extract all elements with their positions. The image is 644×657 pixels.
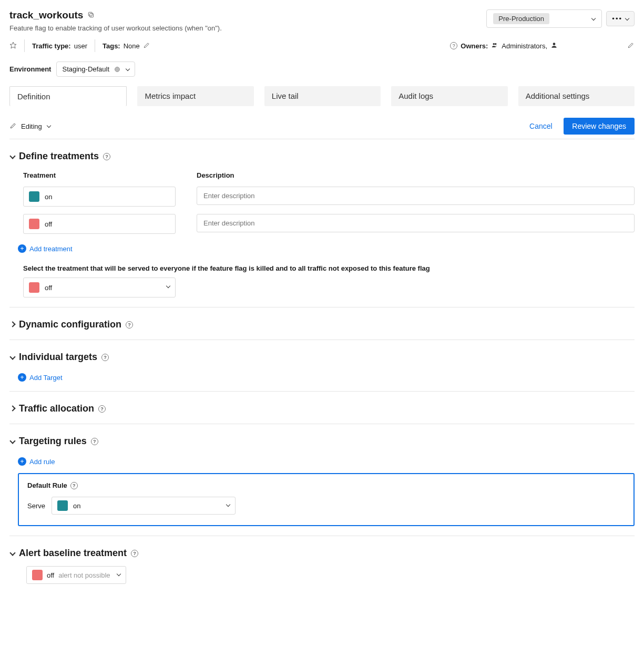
env-group-dropdown[interactable]: Pre-Production <box>486 9 602 28</box>
owners-value: Administrators, <box>502 42 547 50</box>
section-title: Individual targets <box>19 352 97 363</box>
default-treatment-instruction: Select the treatment that will be served… <box>23 264 635 272</box>
more-icon: ••• <box>612 15 622 23</box>
review-changes-button[interactable]: Review changes <box>564 118 635 135</box>
svg-point-5 <box>553 43 556 45</box>
add-treatment-label: Add treatment <box>29 245 73 253</box>
help-icon[interactable]: ? <box>103 153 110 160</box>
environment-select[interactable]: Staging-Default <box>56 61 135 77</box>
tags-label: Tags: <box>103 42 120 50</box>
svg-rect-0 <box>90 14 94 17</box>
section-dynamic-configuration[interactable]: Dynamic configuration ? <box>9 319 635 330</box>
alert-value: off <box>47 571 54 579</box>
help-icon[interactable]: ? <box>131 550 138 557</box>
tab-audit-logs[interactable]: Audit logs <box>391 86 507 106</box>
alert-baseline-select[interactable]: off alert not possible <box>26 566 126 584</box>
chevron-down-icon <box>9 154 15 159</box>
help-icon[interactable]: ? <box>450 42 457 49</box>
treatment-off-input[interactable]: off <box>23 214 176 234</box>
default-rule-title: Default Rule <box>27 481 67 489</box>
add-rule-label: Add rule <box>29 458 55 466</box>
description-column-header: Description <box>197 171 635 179</box>
chevron-down-icon <box>591 17 595 21</box>
default-treatment-value: off <box>45 284 52 292</box>
tab-additional-settings[interactable]: Additional settings <box>518 86 635 106</box>
editing-mode[interactable]: Editing <box>9 122 50 131</box>
chevron-down-icon <box>46 124 50 128</box>
user-icon <box>550 42 558 50</box>
svg-point-3 <box>493 43 495 45</box>
treatment-on-description-input[interactable] <box>197 187 635 205</box>
section-title: Targeting rules <box>19 436 87 447</box>
section-title: Traffic allocation <box>19 403 94 414</box>
chevron-right-icon <box>9 322 15 327</box>
tab-definition[interactable]: Definition <box>9 86 127 106</box>
section-targeting-rules[interactable]: Targeting rules ? <box>9 436 635 447</box>
serve-treatment-select[interactable]: on <box>52 497 236 515</box>
edit-icon[interactable] <box>143 42 150 50</box>
color-swatch-red <box>29 282 39 293</box>
tags[interactable]: Tags: None <box>103 42 150 50</box>
svg-point-4 <box>495 43 497 45</box>
chevron-down-icon <box>625 17 629 21</box>
status-dot-icon <box>115 67 120 72</box>
treatment-off-description-input[interactable] <box>197 214 635 232</box>
edit-icon[interactable] <box>627 42 635 50</box>
cancel-button[interactable]: Cancel <box>529 122 553 130</box>
description-input[interactable] <box>202 191 629 200</box>
default-treatment-select[interactable]: off <box>23 278 176 297</box>
color-swatch-teal <box>57 500 68 511</box>
help-icon[interactable]: ? <box>98 405 106 413</box>
plus-icon: + <box>18 244 26 253</box>
copy-icon[interactable] <box>87 9 95 21</box>
help-icon[interactable]: ? <box>126 321 133 328</box>
section-traffic-allocation[interactable]: Traffic allocation ? <box>9 403 635 414</box>
serve-value: on <box>73 502 80 510</box>
plus-icon: + <box>18 373 26 382</box>
plus-icon: + <box>18 457 26 466</box>
environment-value: Staging-Default <box>62 65 109 73</box>
add-target-label: Add Target <box>29 374 63 382</box>
more-actions-button[interactable]: ••• <box>606 11 635 26</box>
star-icon[interactable] <box>9 42 17 50</box>
tab-metrics-impact[interactable]: Metrics impact <box>137 86 253 106</box>
environment-label: Environment <box>9 65 51 73</box>
help-icon[interactable]: ? <box>70 482 78 489</box>
flag-name-text: track_workouts <box>9 9 83 21</box>
owners-label: Owners: <box>461 42 488 50</box>
tab-live-tail[interactable]: Live tail <box>264 86 381 106</box>
section-individual-targets[interactable]: Individual targets ? <box>9 352 635 363</box>
section-alert-baseline[interactable]: Alert baseline treatment ? <box>9 548 635 559</box>
tags-value: None <box>124 42 140 50</box>
traffic-type-value: user <box>74 42 87 50</box>
chevron-down-icon <box>9 551 15 556</box>
section-define-treatments[interactable]: Define treatments ? <box>9 151 635 162</box>
add-target-button[interactable]: + Add Target <box>18 373 63 382</box>
default-rule-box: Default Rule ? Serve on <box>18 473 635 526</box>
editing-label: Editing <box>21 122 42 130</box>
help-icon[interactable]: ? <box>91 438 98 445</box>
traffic-type: Traffic type: user <box>32 42 87 50</box>
chevron-down-icon <box>9 439 15 444</box>
color-swatch-red <box>32 570 43 580</box>
help-icon[interactable]: ? <box>101 354 109 361</box>
svg-rect-1 <box>89 12 93 16</box>
flag-title: track_workouts <box>9 9 486 21</box>
color-swatch-teal <box>29 191 39 202</box>
owners: ? Owners: Administrators, <box>450 42 635 50</box>
chevron-down-icon <box>226 503 230 507</box>
chevron-down-icon <box>166 284 170 289</box>
treatment-name: off <box>45 220 52 228</box>
treatment-on-input[interactable]: on <box>23 187 176 207</box>
add-rule-button[interactable]: + Add rule <box>18 457 55 466</box>
section-title: Alert baseline treatment <box>19 548 127 559</box>
treatment-name: on <box>45 193 52 201</box>
add-treatment-button[interactable]: + Add treatment <box>18 244 73 253</box>
traffic-type-label: Traffic type: <box>32 42 71 50</box>
env-group-selected: Pre-Production <box>493 13 549 24</box>
chevron-down-icon <box>125 67 129 71</box>
treatment-column-header: Treatment <box>23 171 176 179</box>
description-input[interactable] <box>202 219 629 228</box>
section-title: Define treatments <box>19 151 99 162</box>
section-title: Dynamic configuration <box>19 319 121 330</box>
